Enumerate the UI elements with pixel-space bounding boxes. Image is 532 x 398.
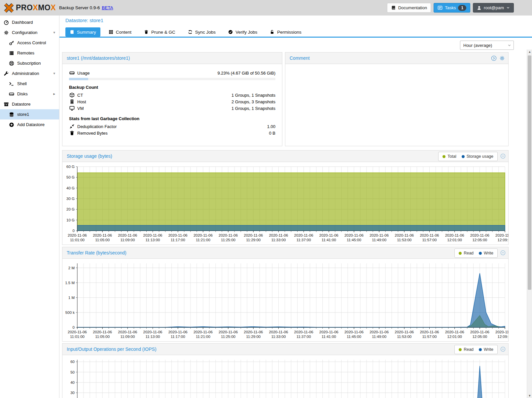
svg-text:11:17:00: 11:17:00 (171, 335, 185, 339)
collapse-caret-icon[interactable]: ▾ (53, 71, 55, 76)
sidebar-item-access-control[interactable]: Access Control (0, 38, 59, 48)
comment-body[interactable] (285, 64, 508, 146)
database-icon (9, 112, 15, 117)
chevron-circle-right-icon[interactable] (491, 55, 497, 61)
page-title: Datastore: store1 (65, 17, 103, 23)
sidebar-item-dashboard[interactable]: Dashboard (0, 17, 59, 27)
svg-text:11:45:00: 11:45:00 (347, 238, 361, 242)
brand-wordmark: PROXMOX (16, 3, 56, 12)
backup-count-row-ct: CT 1 Groups, 1 Snapshots (69, 92, 275, 98)
legend-item-storage-usage[interactable]: Storage usage (462, 154, 493, 159)
panel-body: Usage 9.23% (4.67 GiB of 50.56 GiB) Back… (62, 64, 282, 136)
svg-text:11:45:00: 11:45:00 (347, 335, 361, 339)
user-menu-button[interactable]: root@pam (473, 3, 514, 13)
svg-text:30 G: 30 G (66, 197, 75, 201)
svg-text:11:25:00: 11:25:00 (221, 335, 235, 339)
legend-item-read[interactable]: Read (459, 251, 474, 255)
tab-summary[interactable]: Summary (65, 27, 100, 37)
tasks-count-badge: 1 (458, 5, 466, 11)
chart-body: 010 G20 G30 G40 G50 G60 G2020-11-0611:01… (62, 162, 508, 245)
tab-content[interactable]: Content (104, 27, 136, 37)
archive-icon (3, 102, 9, 107)
documentation-button[interactable]: Documentation (387, 3, 431, 13)
svg-text:2020-11-06: 2020-11-06 (194, 233, 213, 237)
sidebar-item-shell[interactable]: Shell (0, 79, 59, 89)
tab-prune-gc[interactable]: Prune & GC (140, 27, 180, 37)
chart-legend: Read Write (454, 249, 498, 258)
submenu-caret-icon[interactable]: ▸ (53, 92, 55, 96)
legend-item-read[interactable]: Read (459, 347, 474, 352)
legend-dot (462, 155, 465, 158)
svg-text:2020-11-06: 2020-11-06 (344, 233, 364, 237)
panel-title: Comment (290, 55, 310, 61)
scrollbar-thumb[interactable] (528, 55, 531, 290)
svg-text:2020-11-06: 2020-11-06 (370, 233, 389, 237)
svg-text:2020-11-06: 2020-11-06 (68, 330, 87, 334)
tasks-label: Tasks (445, 5, 456, 10)
legend-dot (479, 252, 482, 255)
svg-text:11:29:00: 11:29:00 (246, 335, 261, 339)
storage-usage-chart: 010 G20 G30 G40 G50 G60 G2020-11-0611:01… (62, 162, 508, 245)
hdd-icon (69, 70, 75, 76)
svg-text:12:09:00: 12:09:00 (498, 238, 508, 242)
svg-text:20 G: 20 G (66, 207, 75, 211)
panel-header: Storage usage (bytes) Total Storage usag… (62, 150, 508, 162)
legend-item-total[interactable]: Total (443, 154, 456, 159)
sidebar-item-disks[interactable]: Disks ▸ (0, 89, 59, 99)
cube-icon (69, 92, 75, 98)
chevron-down-icon (508, 44, 511, 47)
collapse-caret-icon[interactable]: ▾ (53, 30, 55, 35)
svg-text:40 G: 40 G (66, 186, 75, 190)
minus-circle-icon[interactable] (500, 250, 506, 255)
svg-text:11:29:00: 11:29:00 (246, 238, 261, 242)
sidebar-item-datastore[interactable]: Datastore (0, 99, 59, 109)
beta-link[interactable]: BETA (102, 5, 113, 10)
sidebar-item-add-datastore[interactable]: Add Datastore (0, 119, 59, 130)
svg-text:11:49:00: 11:49:00 (372, 238, 386, 242)
legend-item-write[interactable]: Write (479, 347, 493, 352)
support-ring-icon (9, 61, 15, 66)
svg-text:2 M: 2 M (68, 266, 75, 270)
svg-text:2020-11-06: 2020-11-06 (93, 233, 112, 237)
minus-circle-icon[interactable] (500, 347, 506, 352)
backup-count-row-host: Host 2 Groups, 3 Snapshots (69, 98, 275, 105)
svg-text:12:01:00: 12:01:00 (447, 238, 462, 242)
trash-icon (144, 30, 149, 34)
svg-text:2020-11-06: 2020-11-06 (420, 330, 439, 334)
comment-panel: Comment (285, 52, 509, 146)
time-range-select[interactable]: Hour (average) (460, 41, 514, 50)
sidebar-item-configuration[interactable]: Configuration ▾ (0, 27, 59, 38)
sidebar-item-administration[interactable]: Administration ▾ (0, 68, 59, 79)
plus-circle-icon (9, 122, 15, 127)
svg-text:2020-11-06: 2020-11-06 (219, 330, 238, 334)
chevron-down-icon (506, 6, 510, 10)
tab-verify-jobs[interactable]: Verify Jobs (224, 27, 262, 37)
sidebar: Dashboard Configuration ▾ Access Control… (0, 16, 59, 398)
panel-header: Transfer Rate (bytes/second) Read Write (62, 247, 508, 259)
gear-icon[interactable] (499, 55, 505, 61)
sidebar-item-subscription[interactable]: Subscription (0, 58, 59, 68)
sidebar-item-store1[interactable]: store1 (0, 109, 59, 119)
svg-text:11:13:00: 11:13:00 (146, 238, 160, 242)
svg-text:2020-11-06: 2020-11-06 (244, 233, 263, 237)
minus-circle-icon[interactable] (500, 153, 506, 159)
svg-text:2020-11-06: 2020-11-06 (470, 233, 489, 237)
svg-text:2020-11-06: 2020-11-06 (445, 330, 464, 334)
legend-item-write[interactable]: Write (479, 251, 493, 255)
vertical-scrollbar[interactable]: ▲ ▼ (527, 50, 532, 398)
scroll-up-arrow[interactable]: ▲ (527, 50, 532, 53)
tasks-button[interactable]: Tasks 1 (434, 3, 470, 13)
tab-sync-jobs[interactable]: Sync Jobs (184, 27, 220, 37)
svg-text:1.5 M: 1.5 M (65, 281, 75, 285)
datastore-summary-panel: store1 (/mnt/datastores/store1) Usage 9.… (62, 52, 282, 146)
svg-text:2020-11-06: 2020-11-06 (244, 330, 263, 334)
svg-text:2020-11-06: 2020-11-06 (93, 330, 112, 334)
panel-header: store1 (/mnt/datastores/store1) (62, 52, 282, 64)
tab-permissions[interactable]: Permissions (266, 27, 306, 37)
scroll-down-arrow[interactable]: ▼ (527, 394, 532, 397)
svg-text:11:13:00: 11:13:00 (146, 335, 160, 339)
svg-text:11:33:00: 11:33:00 (271, 335, 286, 339)
svg-text:12:01:00: 12:01:00 (447, 335, 462, 339)
sidebar-item-remotes[interactable]: Remotes (0, 48, 59, 58)
svg-text:11:57:00: 11:57:00 (422, 238, 437, 242)
